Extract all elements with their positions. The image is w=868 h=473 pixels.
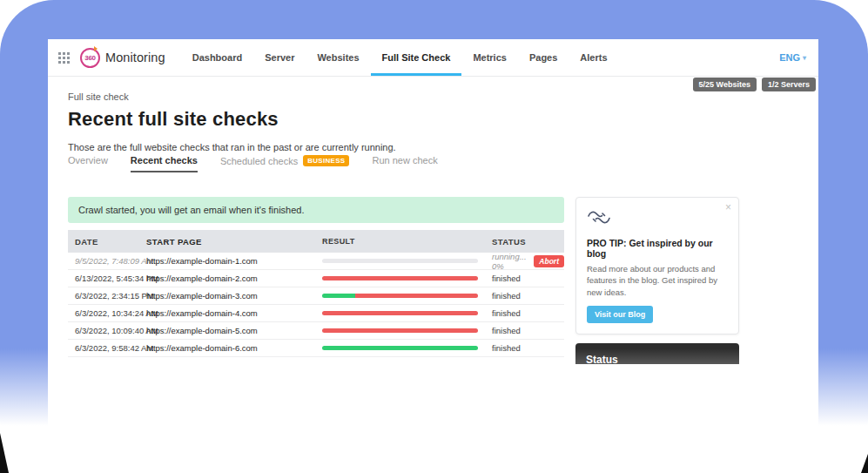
nav-item-full-site-check[interactable]: Full Site Check <box>371 39 462 76</box>
top-navbar: 360 Monitoring DashboardServerWebsitesFu… <box>48 39 818 77</box>
tab-label: Recent checks <box>131 155 198 166</box>
tab-scheduled-checks[interactable]: Scheduled checksBUSINESS <box>220 155 350 172</box>
cell-status: finished <box>485 308 564 318</box>
cell-status: finished <box>485 291 564 301</box>
chevron-down-icon: ▾ <box>803 54 806 62</box>
table-body: 9/5/2022, 7:48:09 AMhttps://example-doma… <box>68 253 564 357</box>
nav-item-alerts[interactable]: Alerts <box>569 39 618 76</box>
table-row: 6/3/2022, 10:34:24 AMhttps://example-dom… <box>68 305 564 322</box>
frame-bottom-fade <box>0 348 868 473</box>
nav-item-metrics[interactable]: Metrics <box>461 39 518 76</box>
progress-segment <box>322 311 478 315</box>
cell-result <box>315 294 485 298</box>
cell-date: 9/5/2022, 7:48:09 AM <box>68 256 139 266</box>
column-header-start-page: START PAGE <box>139 237 315 247</box>
close-icon[interactable]: × <box>725 201 731 213</box>
progress-bar <box>322 276 478 280</box>
cell-result <box>315 259 485 263</box>
usage-badge-5-25-websites: 5/25 Websites <box>693 78 757 91</box>
cell-start-page[interactable]: https://example-domain-3.com <box>139 291 315 301</box>
cell-status: finished <box>485 274 564 283</box>
table-row: 6/13/2022, 5:45:34 PMhttps://example-dom… <box>68 270 564 287</box>
brand-logo[interactable]: 360 Monitoring <box>80 48 165 68</box>
cell-start-page[interactable]: https://example-domain-1.com <box>139 256 315 266</box>
cell-date: 6/3/2022, 2:34:15 PM <box>68 291 139 301</box>
progress-bar <box>322 328 478 333</box>
page-subtitle: Those are the full website checks that r… <box>68 142 396 152</box>
progress-segment <box>355 294 478 298</box>
page-title: Recent full site checks <box>68 108 396 131</box>
status-text: finished <box>492 326 521 335</box>
cell-date: 6/13/2022, 5:45:34 PM <box>68 274 139 283</box>
progress-bar <box>322 311 478 315</box>
progress-bar <box>322 259 478 263</box>
status-text: finished <box>492 291 521 301</box>
nav-left-group: 360 Monitoring <box>58 39 181 76</box>
marketing-frame: 360 Monitoring DashboardServerWebsitesFu… <box>0 0 868 473</box>
table-row: 9/5/2022, 7:48:09 AMhttps://example-doma… <box>68 253 564 270</box>
app-launcher-icon[interactable] <box>58 52 70 64</box>
business-badge: BUSINESS <box>303 155 349 166</box>
cell-start-page[interactable]: https://example-domain-2.com <box>139 274 315 283</box>
checks-column: Crawl started, you will get an email whe… <box>68 197 564 357</box>
cell-status: finished <box>485 326 564 335</box>
table-header: DATESTART PAGERESULTSTATUS <box>68 230 564 253</box>
cell-date: 6/3/2022, 10:09:40 AM <box>68 326 139 335</box>
cell-result <box>315 276 485 280</box>
status-text: finished <box>492 274 521 283</box>
pro-tip-body: Read more about our products and feature… <box>587 263 728 298</box>
column-header-date: DATE <box>68 237 139 247</box>
page-head: Full site check Recent full site checks … <box>68 91 396 152</box>
cell-start-page[interactable]: https://example-domain-5.com <box>139 326 315 335</box>
pro-tip-title: PRO TIP: Get inspired by our blog <box>587 238 728 259</box>
tab-label: Scheduled checks <box>220 156 298 166</box>
abort-button[interactable]: Abort <box>534 255 564 267</box>
cell-result <box>315 328 485 333</box>
pro-tip-card: × PRO TIP: Get inspired by our blog Read… <box>575 197 739 334</box>
app-window: 360 Monitoring DashboardServerWebsitesFu… <box>48 39 818 364</box>
progress-segment <box>322 259 478 263</box>
table-row: 6/3/2022, 10:09:40 AMhttps://example-dom… <box>68 322 564 340</box>
tab-overview[interactable]: Overview <box>68 155 108 171</box>
tab-run-new-check[interactable]: Run new check <box>372 155 437 171</box>
progress-segment <box>322 294 355 298</box>
nav-item-server[interactable]: Server <box>253 39 306 76</box>
tab-label: Overview <box>68 155 108 166</box>
content-area: Crawl started, you will get an email whe… <box>68 197 799 364</box>
breadcrumb: Full site check <box>68 91 396 102</box>
side-column: × PRO TIP: Get inspired by our blog Read… <box>575 197 739 364</box>
logo-flag-icon <box>94 46 98 51</box>
language-selector[interactable]: ENG ▾ <box>779 39 806 76</box>
status-text: finished <box>492 308 521 318</box>
cell-status: running... 0%Abort <box>485 252 564 271</box>
progress-segment <box>322 328 478 333</box>
cell-result <box>315 311 485 315</box>
logo-360-text: 360 <box>84 54 95 62</box>
tabs: OverviewRecent checksScheduled checksBUS… <box>68 155 438 172</box>
column-header-result: RESULT <box>315 237 485 246</box>
progress-segment <box>322 276 478 280</box>
logo-360-icon: 360 <box>80 48 100 68</box>
nav-item-websites[interactable]: Websites <box>306 39 370 76</box>
usage-badge-1-2-servers: 1/2 Servers <box>762 78 816 91</box>
cell-date: 6/3/2022, 10:34:24 AM <box>68 308 139 318</box>
tab-label: Run new check <box>372 155 437 166</box>
tab-recent-checks[interactable]: Recent checks <box>131 155 198 172</box>
usage-badges: 5/25 Websites1/2 Servers <box>693 78 816 91</box>
progress-bar <box>322 294 478 298</box>
status-text: running... 0% <box>492 252 528 271</box>
nav-item-dashboard[interactable]: Dashboard <box>181 39 253 76</box>
cell-start-page[interactable]: https://example-domain-4.com <box>139 308 315 318</box>
table-row: 6/3/2022, 2:34:15 PMhttps://example-doma… <box>68 287 564 305</box>
success-banner: Crawl started, you will get an email whe… <box>68 197 564 223</box>
visit-blog-button[interactable]: Visit our Blog <box>587 306 653 323</box>
nav-items: DashboardServerWebsitesFull Site CheckMe… <box>181 39 619 76</box>
brand-name: Monitoring <box>105 51 165 64</box>
column-header-status: STATUS <box>485 237 564 247</box>
nav-item-pages[interactable]: Pages <box>518 39 569 76</box>
language-label: ENG <box>779 52 800 63</box>
handshake-icon <box>587 214 611 229</box>
